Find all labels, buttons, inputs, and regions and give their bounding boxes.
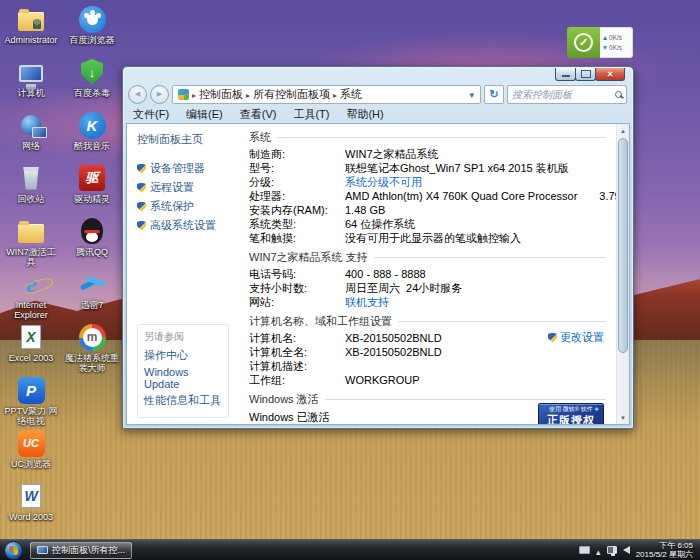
sidebar-item-device-manager[interactable]: 设备管理器 [137, 161, 235, 176]
desktop-icon-label: 腾讯QQ [76, 247, 108, 257]
genuine-windows-badge-icon[interactable]: 使用 微软® 软件 正版授权 安全 稳定 可靠 [538, 403, 604, 424]
desktop-icon-network[interactable]: 网络 [2, 110, 60, 163]
uc-browser-icon: UC [16, 428, 46, 458]
back-button[interactable] [128, 85, 147, 104]
sidebar-item-remote-settings[interactable]: 远程设置 [137, 180, 235, 195]
desktop-icon-thunder[interactable]: 迅雷7 [60, 269, 124, 322]
forward-button[interactable] [150, 85, 169, 104]
rating-unavailable-link[interactable]: 系统分级不可用 [345, 176, 422, 189]
recycle-bin-icon [16, 163, 46, 193]
row-value: 1.48 GB [345, 204, 385, 217]
excel-icon: X [16, 322, 46, 352]
desktop-icon-excel[interactable]: XExcel 2003 [2, 322, 60, 375]
breadcrumb-control-panel[interactable]: 控制面板 [196, 87, 246, 102]
info-row: 笔和触摸:没有可用于此显示器的笔或触控输入 [249, 232, 606, 245]
volume-tray-icon[interactable] [623, 546, 630, 554]
ie-icon: e [16, 269, 46, 299]
info-row: 电话号码:400 - 888 - 8888 [249, 268, 606, 281]
desktop-icon-administrator[interactable]: Administrator [2, 4, 60, 57]
genuine-badge: 使用 微软® 软件 正版授权 安全 稳定 可靠 联机了解更多内容... [538, 403, 604, 424]
search-box[interactable] [507, 85, 627, 104]
menu-help[interactable]: 帮助(H) [346, 107, 383, 121]
net-speed-panel: 0K/s 0K/s [600, 27, 633, 58]
minimize-button[interactable] [555, 68, 576, 81]
section-title: 系统 [249, 130, 271, 145]
qq-icon [77, 216, 107, 246]
change-settings-link[interactable]: 更改设置 [560, 330, 604, 345]
section-title: 计算机名称、域和工作组设置 [249, 314, 392, 329]
row-value: 400 - 888 - 8888 [345, 268, 426, 281]
download-speed-value: 0K/s [609, 44, 622, 51]
close-button[interactable] [595, 68, 625, 81]
scroll-down-arrow[interactable] [617, 411, 629, 424]
address-bar: 控制面板 所有控制面板项 系统 [128, 83, 627, 105]
sidebar-item-action-center[interactable]: 操作中心 [144, 348, 222, 363]
refresh-button[interactable] [484, 85, 504, 104]
desktop-icon-qq[interactable]: 腾讯QQ [60, 216, 124, 269]
sidebar-item-control-panel-home[interactable]: 控制面板主页 [137, 132, 235, 147]
chevron-down-icon[interactable] [466, 88, 477, 100]
search-input[interactable] [512, 89, 615, 100]
network-icon [16, 110, 46, 140]
upload-speed-value: 0K/s [609, 34, 622, 41]
row-label: 笔和触摸: [249, 232, 345, 245]
desktop-icon-label: Excel 2003 [9, 353, 54, 363]
section-computer-name: 计算机名称、域和工作组设置 更改设置 计算机名:XB-20150502BNLD … [249, 314, 606, 387]
sidebar-item-performance-tools[interactable]: 性能信息和工具 [144, 393, 222, 408]
desktop-icon-internet-explorer[interactable]: eInternet Explorer [2, 269, 60, 322]
desktop-icon-label: 魔法猪系统重装大师 [61, 353, 123, 373]
sidebar-item-advanced-settings[interactable]: 高级系统设置 [137, 218, 235, 233]
mofazhu-icon: m [77, 322, 107, 352]
row-label: 计算机全名: [249, 346, 345, 359]
desktop-icon-win7-activator[interactable]: WIN7激活工具 [2, 216, 60, 269]
info-row: 计算机描述: [249, 360, 606, 373]
breadcrumb[interactable]: 控制面板 所有控制面板项 系统 [172, 85, 481, 104]
breadcrumb-all-items[interactable]: 所有控制面板项 [250, 87, 333, 102]
scrollbar[interactable] [616, 124, 629, 424]
desktop-icon-driver-genie[interactable]: 驱驱动精灵 [60, 163, 124, 216]
menu-tools[interactable]: 工具(T) [293, 107, 329, 121]
desktop-icon-uc-browser[interactable]: UCUC浏览器 [2, 428, 60, 481]
header-rule [374, 257, 606, 258]
window-client-area: 控制面板主页 设备管理器 远程设置 系统保护 高级系统设置 另请参阅 操作中心 … [126, 123, 630, 425]
desktop-icon-column-1: Administrator 计算机 网络 回收站 WIN7激活工具 eInter… [2, 4, 60, 534]
sidebar-item-system-protection[interactable]: 系统保护 [137, 199, 235, 214]
sidebar-item-label: 设备管理器 [150, 161, 205, 176]
thunder-icon [77, 269, 107, 299]
start-button[interactable] [4, 541, 23, 560]
desktop-icon-column-2: 百度浏览器 ↓百度杀毒 K酷我音乐 驱驱动精灵 腾讯QQ 迅雷7 m魔法猪系统重… [60, 4, 124, 375]
desktop-icon-mofazhu[interactable]: m魔法猪系统重装大师 [60, 322, 124, 375]
computer-icon [16, 57, 46, 87]
desktop-icon-baidu-browser[interactable]: 百度浏览器 [60, 4, 124, 57]
desktop-icon-word[interactable]: WWord 2003 [2, 481, 60, 534]
breadcrumb-system[interactable]: 系统 [337, 87, 365, 102]
show-hidden-icons-button[interactable] [596, 541, 601, 559]
maximize-button[interactable] [575, 68, 596, 81]
online-support-link[interactable]: 联机支持 [345, 296, 389, 309]
row-label: 工作组: [249, 374, 345, 387]
net-speed-widget[interactable]: 0K/s 0K/s [567, 27, 633, 58]
desktop-icon-pptv[interactable]: PPPTV聚力 网络电视 [2, 375, 60, 428]
row-value: 周日至周六 24小时服务 [345, 282, 462, 295]
upload-speed: 0K/s [603, 33, 632, 42]
scrollbar-thumb[interactable] [618, 138, 628, 353]
taskbar: 控制面板\所有控... 下午 6:05 2015/5/2 星期六 [0, 539, 700, 560]
desktop-icon-baidu-antivirus[interactable]: ↓百度杀毒 [60, 57, 124, 110]
desktop-icon-recycle-bin[interactable]: 回收站 [2, 163, 60, 216]
desktop-icon-label: 百度杀毒 [74, 88, 110, 98]
search-icon [615, 91, 622, 98]
security-ok-tile[interactable] [567, 27, 600, 58]
input-indicator-icon[interactable] [579, 546, 590, 554]
scroll-up-arrow[interactable] [617, 124, 629, 137]
sidebar-item-windows-update[interactable]: Windows Update [144, 366, 222, 390]
menu-file[interactable]: 文件(F) [133, 107, 169, 121]
baidu-antivirus-icon: ↓ [77, 57, 107, 87]
sidebar-item-label: 高级系统设置 [150, 218, 216, 233]
taskbar-clock[interactable]: 下午 6:05 2015/5/2 星期六 [636, 541, 696, 559]
menu-view[interactable]: 查看(V) [240, 107, 277, 121]
change-settings[interactable]: 更改设置 [548, 330, 604, 345]
desktop-icon-computer[interactable]: 计算机 [2, 57, 60, 110]
taskbar-item-control-panel[interactable]: 控制面板\所有控... [30, 542, 132, 559]
desktop-icon-kuwo-music[interactable]: K酷我音乐 [60, 110, 124, 163]
menu-edit[interactable]: 编辑(E) [186, 107, 223, 121]
